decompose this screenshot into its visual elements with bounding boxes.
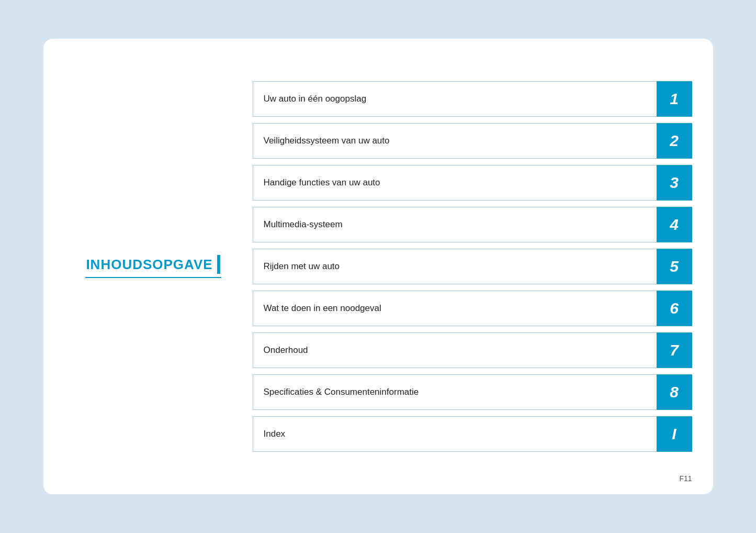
- toc-item-number: 8: [657, 374, 692, 410]
- toc-row[interactable]: Wat te doen in een noodgeval6: [253, 291, 692, 326]
- toc-row[interactable]: Handige functies van uw auto3: [253, 165, 692, 201]
- toc-row[interactable]: Specificaties & Consumenteninformatie8: [253, 374, 692, 410]
- toc-item-label: Onderhoud: [253, 332, 657, 368]
- toc-item-label: Multimedia-systeem: [253, 207, 657, 242]
- toc-row[interactable]: Uw auto in één oogopslag1: [253, 81, 692, 117]
- toc-title-bar: [217, 255, 220, 274]
- toc-title-container: INHOUDSOPGAVE: [86, 255, 220, 274]
- toc-row[interactable]: Multimedia-systeem4: [253, 207, 692, 242]
- footer-page: F11: [679, 474, 692, 483]
- toc-item-label: Uw auto in één oogopslag: [253, 81, 657, 117]
- toc-list: Uw auto in één oogopslag1Veiligheidssyst…: [242, 39, 713, 494]
- page-container: INHOUDSOPGAVE Uw auto in één oogopslag1V…: [43, 39, 713, 494]
- toc-item-number: 4: [657, 207, 692, 242]
- toc-row[interactable]: Veiligheidssysteem van uw auto2: [253, 123, 692, 159]
- toc-item-label: Wat te doen in een noodgeval: [253, 291, 657, 326]
- toc-item-label: Handige functies van uw auto: [253, 165, 657, 201]
- toc-row[interactable]: Onderhoud7: [253, 332, 692, 368]
- toc-item-label: Rijden met uw auto: [253, 249, 657, 284]
- toc-item-number: 3: [657, 165, 692, 201]
- toc-item-label: Veiligheidssysteem van uw auto: [253, 123, 657, 159]
- toc-item-number: 7: [657, 332, 692, 368]
- toc-item-number: 1: [657, 81, 692, 117]
- toc-item-label: Index: [253, 416, 657, 452]
- toc-row[interactable]: Rijden met uw auto5: [253, 249, 692, 284]
- toc-divider: [85, 277, 221, 278]
- toc-title: INHOUDSOPGAVE: [86, 257, 212, 273]
- toc-row[interactable]: IndexI: [253, 416, 692, 452]
- toc-item-label: Specificaties & Consumenteninformatie: [253, 374, 657, 410]
- toc-item-number: 6: [657, 291, 692, 326]
- toc-item-number: I: [657, 416, 692, 452]
- left-section: INHOUDSOPGAVE: [43, 39, 242, 494]
- toc-item-number: 5: [657, 249, 692, 284]
- toc-item-number: 2: [657, 123, 692, 159]
